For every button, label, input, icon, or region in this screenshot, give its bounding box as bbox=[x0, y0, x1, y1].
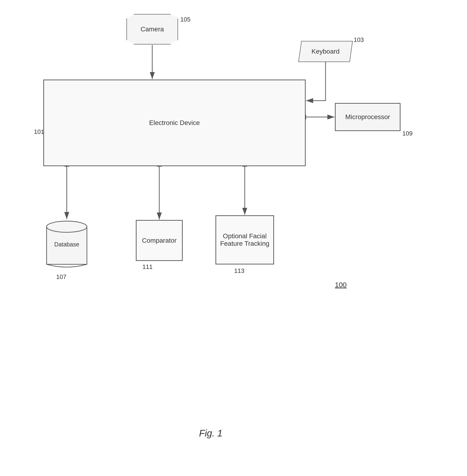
comparator-node: Comparator bbox=[136, 220, 183, 261]
database-node: Database bbox=[43, 220, 90, 272]
keyboard-label: Keyboard bbox=[311, 48, 340, 55]
keyboard-ref: 103 bbox=[354, 36, 364, 44]
comparator-label: Comparator bbox=[142, 237, 177, 244]
facial-tracking-ref: 113 bbox=[234, 267, 244, 275]
microprocessor-ref: 109 bbox=[402, 130, 413, 137]
electronic-device-ref: 101 bbox=[34, 128, 44, 136]
keyboard-node: Keyboard bbox=[298, 41, 353, 62]
camera-node: Camera bbox=[127, 14, 178, 44]
facial-tracking-node: Optional Facial Feature Tracking bbox=[215, 215, 274, 264]
microprocessor-label: Microprocessor bbox=[345, 113, 390, 121]
diagram-container: Camera 105 Keyboard 103 Electronic Devic… bbox=[0, 0, 467, 476]
electronic-device-label: Electronic Device bbox=[149, 119, 200, 127]
electronic-device-node: Electronic Device bbox=[43, 80, 306, 166]
microprocessor-node: Microprocessor bbox=[335, 103, 401, 131]
system-ref: 100 bbox=[335, 281, 347, 289]
database-ref: 107 bbox=[56, 273, 66, 281]
facial-tracking-label: Optional Facial Feature Tracking bbox=[219, 232, 271, 247]
camera-label: Camera bbox=[141, 25, 164, 33]
camera-ref: 105 bbox=[180, 16, 190, 23]
figure-caption: Fig. 1 bbox=[199, 428, 222, 438]
svg-point-9 bbox=[47, 221, 87, 232]
comparator-ref: 111 bbox=[143, 263, 153, 271]
svg-text:Database: Database bbox=[54, 241, 79, 248]
